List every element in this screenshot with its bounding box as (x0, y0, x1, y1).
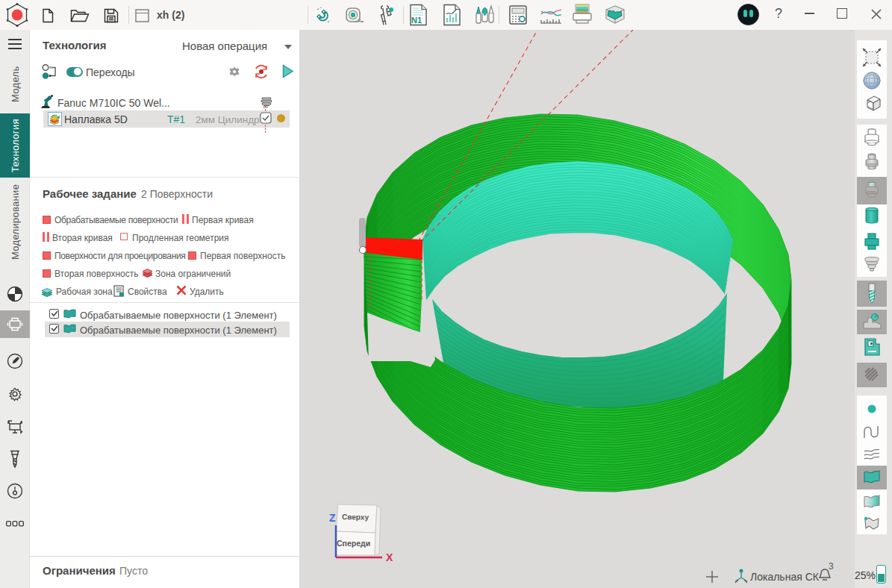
svg-text:Спереди: Спереди (337, 539, 370, 548)
svg-text:X: X (386, 551, 393, 563)
svg-text:Z: Z (329, 512, 336, 524)
svg-text:Локальная СК: Локальная СК (750, 571, 820, 583)
svg-text:3: 3 (829, 561, 834, 572)
svg-text:N1: N1 (411, 16, 422, 25)
svg-text:Сверху: Сверху (342, 513, 369, 522)
